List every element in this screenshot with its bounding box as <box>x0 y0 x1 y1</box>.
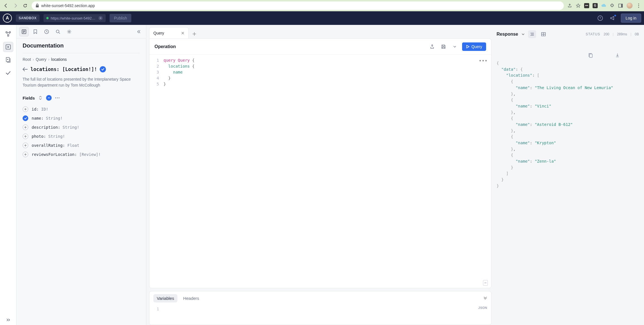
fields-sort-icon[interactable] <box>38 95 43 101</box>
lock-icon <box>36 4 39 8</box>
field-row[interactable]: id: ID! <box>23 105 140 114</box>
svg-point-17 <box>69 31 70 32</box>
bookmark-icon[interactable] <box>31 27 40 36</box>
address-text: white-sunset-5492.section.app <box>41 3 95 8</box>
sandbox-url-text: https://white-sunset-5492.sec <box>51 16 96 20</box>
field-row[interactable]: photo: String! <box>23 132 140 141</box>
field-row[interactable]: reviewsForLocation: [Review]! <box>23 150 140 159</box>
browser-back-button[interactable] <box>3 3 9 9</box>
run-query-button[interactable]: Query <box>462 42 486 51</box>
help-icon[interactable]: ? <box>596 14 604 22</box>
cloud-icon[interactable] <box>601 3 606 8</box>
download-response-icon[interactable] <box>615 41 639 70</box>
sandbox-url-box[interactable]: https://white-sunset-5492.sec <box>43 14 106 22</box>
sandbox-badge: SANDBOX <box>16 14 40 22</box>
field-signature: overallRating: Float <box>32 143 79 148</box>
fields-collapse-icon[interactable] <box>46 95 52 101</box>
field-row[interactable]: name: String! <box>23 114 140 123</box>
editor-more-icon[interactable]: ••• <box>479 58 488 64</box>
star-icon[interactable] <box>576 3 581 8</box>
doc-back-button[interactable] <box>23 67 28 71</box>
field-add-icon[interactable] <box>23 143 28 148</box>
tab-add-button[interactable] <box>190 29 199 38</box>
crumb-root[interactable]: Root <box>23 57 31 62</box>
svg-point-11 <box>7 35 9 36</box>
browser-reload-button[interactable] <box>22 3 28 9</box>
panel-icon[interactable] <box>618 3 623 8</box>
collapse-panel-icon[interactable] <box>134 27 143 36</box>
run-label: Query <box>471 44 482 49</box>
status-dot-icon <box>46 17 49 19</box>
left-rail <box>0 25 16 325</box>
save-operation-icon[interactable] <box>440 43 447 51</box>
svg-rect-0 <box>36 5 39 7</box>
rail-diff-icon[interactable] <box>3 55 13 65</box>
response-dropdown-icon[interactable] <box>521 33 525 35</box>
field-signature: id: ID! <box>32 107 48 111</box>
search-icon[interactable] <box>53 27 63 36</box>
share-icon[interactable] <box>567 3 572 8</box>
response-panel: Response STATUS 200 | 289ms | 0B <box>494 25 644 325</box>
settings-icon[interactable] <box>64 27 74 36</box>
tab-close-icon[interactable] <box>181 31 184 35</box>
response-status: STATUS 200 | 289ms | 0B <box>586 32 639 36</box>
response-json-view-icon[interactable] <box>528 30 536 38</box>
headers-tab[interactable]: Headers <box>180 294 203 302</box>
profile-avatar[interactable] <box>626 3 633 9</box>
login-button[interactable]: Log in <box>621 14 641 23</box>
rail-schema-icon[interactable] <box>3 29 13 39</box>
rail-checks-icon[interactable] <box>3 68 13 78</box>
field-add-icon[interactable] <box>23 106 28 112</box>
keyboard-icon[interactable]: ⌨ <box>483 280 488 286</box>
copy-response-icon[interactable] <box>588 41 612 70</box>
address-bar[interactable]: white-sunset-5492.section.app <box>32 1 564 10</box>
publish-button[interactable]: Publish <box>110 14 132 22</box>
response-title: Response <box>497 32 518 37</box>
extensions-icon[interactable] <box>610 3 615 8</box>
type-selected-icon[interactable] <box>100 66 106 72</box>
operation-title: Operation <box>155 44 176 49</box>
field-signature: description: String! <box>32 125 79 130</box>
svg-point-3 <box>638 3 639 4</box>
extension-icon[interactable]: ••• <box>584 3 589 8</box>
operation-tab[interactable]: Query <box>149 27 189 38</box>
response-body[interactable]: { "data": { "locations": [ { "name": "Th… <box>495 41 641 322</box>
field-check-icon[interactable] <box>23 115 28 121</box>
svg-point-4 <box>638 5 639 6</box>
tab-label: Query <box>153 31 164 35</box>
svg-point-19 <box>57 98 58 98</box>
doc-view-icon[interactable] <box>19 27 29 36</box>
fields-more-icon[interactable] <box>55 95 60 101</box>
crumb-query[interactable]: Query <box>36 57 46 62</box>
history-icon[interactable] <box>42 27 51 36</box>
share-operation-icon[interactable] <box>428 43 436 51</box>
rail-expand-icon[interactable] <box>3 315 13 325</box>
breadcrumb: Root › Query › locations <box>23 57 140 62</box>
field-add-icon[interactable] <box>23 124 28 130</box>
field-add-icon[interactable] <box>23 134 28 139</box>
browser-forward-button[interactable] <box>12 3 19 9</box>
variables-tab[interactable]: Variables <box>153 294 177 302</box>
sandbox-settings-icon[interactable] <box>98 16 103 20</box>
variables-editor[interactable]: 1 JSON <box>149 305 491 325</box>
fields-label: Fields <box>23 96 35 100</box>
operation-editor[interactable]: 12345 query Query { locations { name } }… <box>149 55 491 288</box>
field-signature: reviewsForLocation: [Review]! <box>32 152 101 157</box>
svg-text:?: ? <box>599 16 601 20</box>
field-signature: photo: String! <box>32 134 65 139</box>
browser-menu-icon[interactable] <box>636 3 641 8</box>
svg-rect-22 <box>589 54 592 57</box>
field-row[interactable]: description: String! <box>23 123 140 132</box>
field-add-icon[interactable] <box>23 152 28 157</box>
app-logo[interactable]: A <box>3 14 12 23</box>
megaphone-icon[interactable] <box>608 14 617 22</box>
grammarly-icon[interactable]: G <box>593 3 598 8</box>
vars-collapse-icon[interactable] <box>483 297 487 300</box>
svg-point-6 <box>100 18 101 19</box>
rail-explorer-icon[interactable] <box>3 42 13 52</box>
svg-point-5 <box>638 7 639 8</box>
field-row[interactable]: overallRating: Float <box>23 141 140 150</box>
save-dropdown-icon[interactable] <box>451 43 459 51</box>
response-table-view-icon[interactable] <box>539 30 547 38</box>
browser-chrome: white-sunset-5492.section.app ••• G <box>0 0 644 11</box>
